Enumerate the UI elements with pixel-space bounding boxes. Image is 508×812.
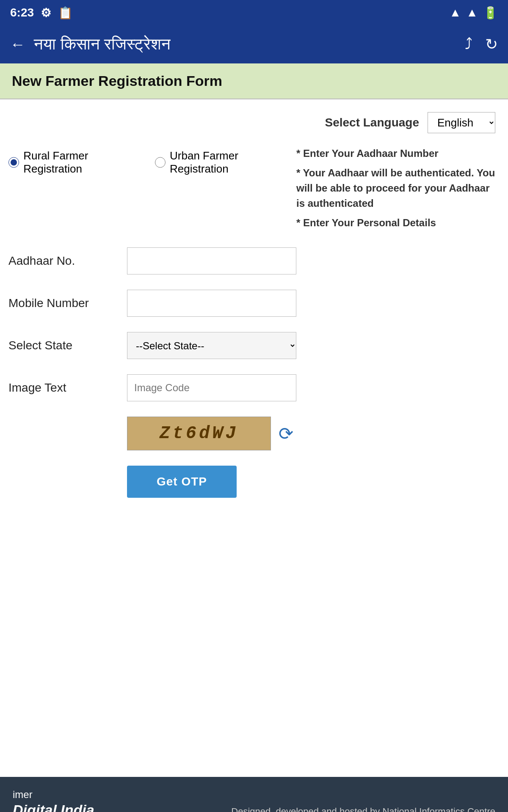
status-bar: 6:23 ⚙ 📋 ▲ ▲ 🔋	[0, 0, 508, 25]
form-left: Aadhaar No. Mobile Number Select State -…	[8, 247, 296, 510]
digital-india-logo: Digital India ower To Empower	[13, 801, 108, 812]
language-row: Select Language English Hindi Telugu	[8, 112, 500, 133]
rural-farmer-radio[interactable]	[8, 157, 19, 168]
state-select[interactable]: --Select State-- Andhra Pradesh Uttar Pr…	[127, 332, 296, 359]
wifi-icon: ▲	[450, 6, 461, 19]
footer: imer Digital India ower To Empower Desig…	[0, 777, 508, 812]
page-header: New Farmer Registration Form	[0, 63, 508, 99]
page-title: New Farmer Registration Form	[12, 73, 222, 89]
instruction-line3: * Enter Your Personal Details	[296, 217, 436, 228]
white-area	[0, 523, 508, 777]
urban-farmer-option[interactable]: Urban Farmer Registration	[155, 149, 296, 176]
sim-icon: 📋	[58, 6, 73, 20]
instruction-line2: * Your Aadhaar will be authenticated. Yo…	[296, 167, 495, 209]
captcha-row: Zt6dWJ ⟳	[127, 417, 296, 450]
otp-button-row: Get OTP	[127, 466, 296, 498]
form-section: Aadhaar No. Mobile Number Select State -…	[8, 247, 500, 510]
language-label: Select Language	[325, 116, 419, 129]
state-row: Select State --Select State-- Andhra Pra…	[8, 332, 296, 359]
image-text-row: Image Text	[8, 374, 296, 401]
mobile-input[interactable]	[127, 290, 296, 317]
registration-options: Rural Farmer Registration Urban Farmer R…	[8, 146, 296, 176]
aadhaar-label: Aadhaar No.	[8, 254, 127, 268]
nav-bar: ← नया किसान रजिस्ट्रेशन ⤴ ↻	[0, 25, 508, 63]
mobile-row: Mobile Number	[8, 290, 296, 317]
aadhaar-input[interactable]	[127, 247, 296, 274]
mobile-label: Mobile Number	[8, 296, 127, 310]
disclaimer-text: imer	[13, 789, 108, 801]
aadhaar-row: Aadhaar No.	[8, 247, 296, 274]
captcha-refresh-icon[interactable]: ⟳	[279, 423, 293, 444]
rural-farmer-label: Rural Farmer Registration	[23, 149, 146, 176]
back-button[interactable]: ←	[10, 36, 25, 53]
language-select[interactable]: English Hindi Telugu	[428, 112, 495, 133]
image-code-input[interactable]	[127, 374, 296, 401]
instruction-line1: * Enter Your Aadhaar Number	[296, 148, 439, 159]
settings-icon: ⚙	[41, 6, 51, 20]
get-otp-button[interactable]: Get OTP	[127, 466, 237, 498]
rural-farmer-option[interactable]: Rural Farmer Registration	[8, 149, 146, 176]
image-text-label: Image Text	[8, 381, 127, 395]
urban-farmer-radio[interactable]	[155, 157, 166, 168]
urban-farmer-label: Urban Farmer Registration	[170, 149, 296, 176]
main-content: Select Language English Hindi Telugu Rur…	[0, 99, 508, 523]
nav-title: नया किसान रजिस्ट्रेशन	[34, 35, 171, 54]
instructions-panel: * Enter Your Aadhaar Number * Your Aadha…	[296, 146, 500, 235]
registration-type-row: Rural Farmer Registration Urban Farmer R…	[8, 146, 500, 235]
battery-icon: 🔋	[483, 6, 498, 20]
footer-credit: Designed, developed and hosted by Nation…	[231, 806, 495, 812]
captcha-image: Zt6dWJ	[127, 417, 271, 450]
refresh-icon[interactable]: ↻	[485, 36, 498, 53]
status-time: 6:23	[10, 6, 34, 19]
state-label: Select State	[8, 339, 127, 352]
footer-left: imer Digital India ower To Empower	[13, 789, 108, 812]
signal-icon: ▲	[466, 6, 478, 19]
share-icon[interactable]: ⤴	[465, 36, 472, 53]
digital-india-text: Digital India	[13, 801, 108, 812]
